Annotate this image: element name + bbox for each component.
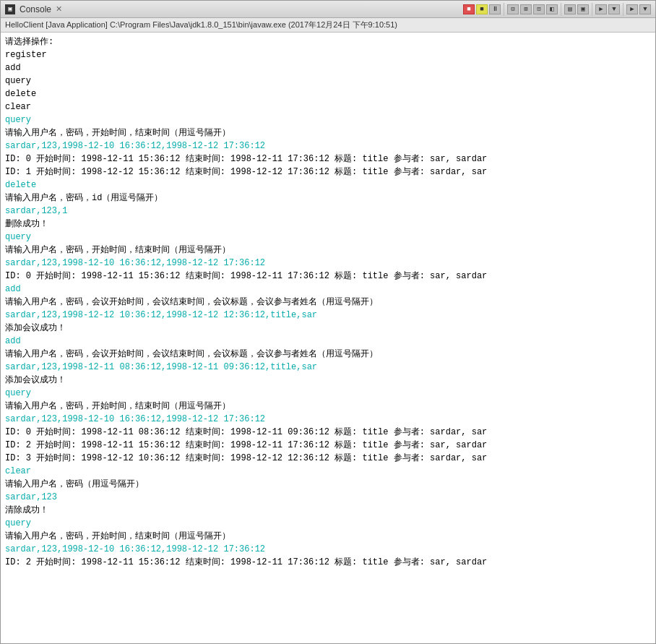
console-line: delete xyxy=(5,87,651,100)
console-line: 请输入用户名，密码（用逗号隔开） xyxy=(5,478,651,491)
minimize-button[interactable]: ▶ xyxy=(595,4,607,14)
console-line: 请选择操作: xyxy=(5,35,651,48)
tool6-button[interactable]: ▣ xyxy=(577,4,589,14)
console-line: add xyxy=(5,61,651,74)
separator xyxy=(504,3,504,16)
app-title-bar: HelloClient [Java Application] C:\Progra… xyxy=(1,18,655,33)
console-line: 请输入用户名，密码，会议开始时间，会议结束时间，会议标题，会议参与者姓名（用逗号… xyxy=(5,348,651,361)
title-close-marker: ✕ xyxy=(56,4,62,14)
console-line: query xyxy=(5,74,651,87)
close-button[interactable]: ■ xyxy=(463,4,475,14)
console-line: 清除成功！ xyxy=(5,504,651,517)
console-line: ID: 0 开始时间: 1998-12-11 15:36:12 结束时间: 19… xyxy=(5,153,651,166)
separator4 xyxy=(623,3,623,16)
title-bar-left: ▣ Console ✕ xyxy=(5,4,62,14)
restore-button[interactable]: ▶ xyxy=(626,4,638,14)
console-line: query xyxy=(5,517,651,530)
console-line: delete xyxy=(5,179,651,192)
console-line: ID: 3 开始时间: 1998-12-12 10:36:12 结束时间: 19… xyxy=(5,452,651,465)
console-line: sardar,123,1998-12-10 16:36:12,1998-12-1… xyxy=(5,257,651,270)
console-line: sardar,123,1998-12-12 10:36:12,1998-12-1… xyxy=(5,309,651,322)
console-line: sardar,123,1998-12-10 16:36:12,1998-12-1… xyxy=(5,413,651,426)
console-line: clear xyxy=(5,100,651,113)
tool5-button[interactable]: ▤ xyxy=(564,4,576,14)
console-line: 添加会议成功！ xyxy=(5,374,651,387)
console-output[interactable]: 请选择操作:registeraddquerydeleteclearquery请输… xyxy=(1,33,655,643)
console-line: query xyxy=(5,231,651,244)
console-line: 请输入用户名，密码，开始时间，结束时间（用逗号隔开） xyxy=(5,400,651,413)
separator2 xyxy=(561,3,561,16)
title-bar-title: Console xyxy=(20,4,51,14)
console-line: ID: 0 开始时间: 1998-12-11 08:36:12 结束时间: 19… xyxy=(5,426,651,439)
stop-button[interactable]: ■ xyxy=(476,4,488,14)
console-line: query xyxy=(5,113,651,126)
copy-button[interactable]: ⊟ xyxy=(507,4,519,14)
title-bar-controls: ■ ■ ⏸ ⊟ ⊞ ⊡ ◧ ▤ ▣ ▶ ▼ ▶ ▼ xyxy=(463,3,651,16)
console-line: add xyxy=(5,283,651,296)
title-bar: ▣ Console ✕ ■ ■ ⏸ ⊟ ⊞ ⊡ ◧ ▤ ▣ ▶ ▼ ▶ ▼ xyxy=(1,1,655,18)
console-line: ID: 2 开始时间: 1998-12-11 15:36:12 结束时间: 19… xyxy=(5,439,651,452)
app-title-text: HelloClient [Java Application] C:\Progra… xyxy=(5,20,397,29)
console-line: sardar,123,1998-12-10 16:36:12,1998-12-1… xyxy=(5,543,651,556)
console-line: 请输入用户名，密码，id（用逗号隔开） xyxy=(5,192,651,205)
console-line: sardar,123,1998-12-10 16:36:12,1998-12-1… xyxy=(5,139,651,153)
tool4-button[interactable]: ◧ xyxy=(546,4,558,14)
console-line: ID: 1 开始时间: 1998-12-12 15:36:12 结束时间: 19… xyxy=(5,166,651,179)
console-line: query xyxy=(5,387,651,400)
maximize-button[interactable]: ▼ xyxy=(608,4,620,14)
console-line: sardar,123,1998-12-11 08:36:12,1998-12-1… xyxy=(5,361,651,374)
console-line: 删除成功！ xyxy=(5,218,651,231)
console-line: 请输入用户名，密码，开始时间，结束时间（用逗号隔开） xyxy=(5,244,651,257)
console-line: 添加会议成功！ xyxy=(5,322,651,335)
console-line: ID: 2 开始时间: 1998-12-11 15:36:12 结束时间: 19… xyxy=(5,556,651,569)
console-icon: ▣ xyxy=(5,4,15,14)
separator3 xyxy=(592,3,592,16)
console-line: ID: 0 开始时间: 1998-12-11 15:36:12 结束时间: 19… xyxy=(5,270,651,283)
console-window: ▣ Console ✕ ■ ■ ⏸ ⊟ ⊞ ⊡ ◧ ▤ ▣ ▶ ▼ ▶ ▼ He… xyxy=(0,0,656,644)
iconify-button[interactable]: ▼ xyxy=(639,4,651,14)
tool3-button[interactable]: ⊡ xyxy=(533,4,545,14)
console-line: clear xyxy=(5,465,651,478)
console-line: add xyxy=(5,335,651,348)
console-line: 请输入用户名，密码，开始时间，结束时间（用逗号隔开） xyxy=(5,530,651,543)
console-line: 请输入用户名，密码，会议开始时间，会议结束时间，会议标题，会议参与者姓名（用逗号… xyxy=(5,296,651,309)
pause-button[interactable]: ⏸ xyxy=(489,4,501,14)
console-line: register xyxy=(5,48,651,61)
paste-button[interactable]: ⊞ xyxy=(520,4,532,14)
console-line: 请输入用户名，密码，开始时间，结束时间（用逗号隔开） xyxy=(5,126,651,139)
console-line: sardar,123,1 xyxy=(5,205,651,218)
console-line: sardar,123 xyxy=(5,491,651,504)
